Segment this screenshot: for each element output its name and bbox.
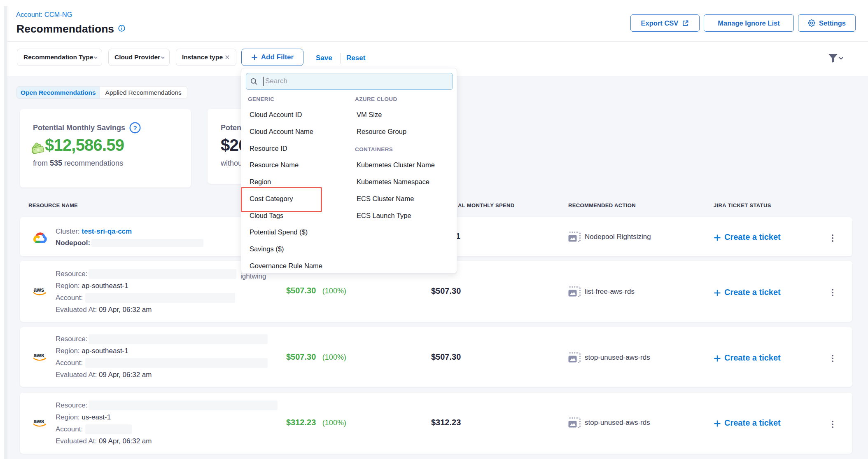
svg-text:aws: aws xyxy=(34,352,44,358)
svg-text:aws: aws xyxy=(34,418,44,424)
svg-text:aws: aws xyxy=(34,286,44,293)
svg-text:?: ? xyxy=(133,124,137,131)
